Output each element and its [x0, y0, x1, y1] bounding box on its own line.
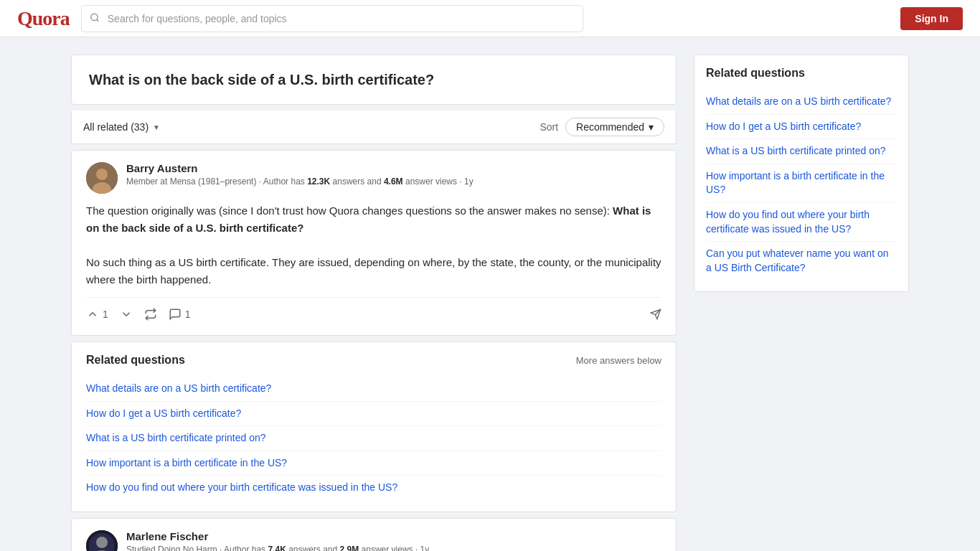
- content-area: What is on the back side of a U.S. birth…: [71, 55, 677, 551]
- svg-point-0: [91, 14, 98, 20]
- search-icon: [90, 12, 100, 24]
- upvote-button[interactable]: 1: [86, 305, 108, 324]
- main-container: What is on the back side of a U.S. birth…: [60, 37, 920, 551]
- search-wrapper: [81, 5, 583, 32]
- related-card-header: Related questions More answers below: [86, 354, 661, 367]
- sidebar-card: Related questions What details are on a …: [694, 55, 909, 292]
- avatar-marlene: [86, 530, 118, 551]
- svg-point-9: [96, 537, 108, 548]
- sort-chevron-icon: ▾: [649, 121, 654, 133]
- related-link-3[interactable]: How important is a birth certificate in …: [86, 451, 661, 476]
- answer-card-marlene: Marlene Fischer Studied Doing No Harm · …: [71, 518, 677, 551]
- logo[interactable]: Quora: [17, 7, 70, 30]
- answer-text-barry: The question originally was (since I don…: [86, 202, 661, 288]
- related-link-1[interactable]: How do I get a US birth certificate?: [86, 402, 661, 427]
- sidebar-link-5[interactable]: Can you put whatever name you want on a …: [706, 242, 897, 280]
- svg-line-1: [96, 19, 98, 22]
- downvote-button[interactable]: [120, 305, 133, 324]
- question-card: What is on the back side of a U.S. birth…: [71, 55, 677, 105]
- sort-dropdown[interactable]: Recommended ▾: [565, 118, 664, 136]
- comment-icon: [169, 308, 182, 321]
- sort-label: Sort: [540, 121, 558, 133]
- sign-in-button[interactable]: Sign In: [900, 7, 963, 30]
- repost-icon: [144, 308, 157, 321]
- search-input[interactable]: [81, 5, 583, 32]
- avatar-barry: [86, 162, 118, 194]
- sort-value: Recommended: [576, 121, 644, 133]
- chevron-down-icon: ▼: [153, 123, 160, 131]
- author-info-barry: Barry Austern Member at Mensa (1981–pres…: [126, 162, 473, 188]
- comment-count: 1: [185, 309, 191, 320]
- filters-bar: All related (33) ▼ Sort Recommended ▾: [71, 110, 677, 144]
- sidebar-title: Related questions: [706, 67, 897, 80]
- related-link-2[interactable]: What is a US birth certificate printed o…: [86, 426, 661, 451]
- more-answers-label: More answers below: [576, 355, 661, 366]
- sidebar-link-0[interactable]: What details are on a US birth certifica…: [706, 90, 897, 115]
- related-link-0[interactable]: What details are on a US birth certifica…: [86, 377, 661, 402]
- header: Quora Sign In: [0, 0, 980, 37]
- author-meta-barry: Member at Mensa (1981–present) · Author …: [126, 176, 473, 188]
- sidebar-link-3[interactable]: How important is a birth certificate in …: [706, 164, 897, 203]
- sort-area: Sort Recommended ▾: [540, 118, 664, 136]
- author-row-marlene: Marlene Fischer Studied Doing No Harm · …: [86, 530, 661, 551]
- upvote-count: 1: [103, 309, 108, 320]
- author-meta-marlene: Studied Doing No Harm · Author has 7.4K …: [126, 544, 429, 551]
- author-row: Barry Austern Member at Mensa (1981–pres…: [86, 162, 661, 194]
- upvote-icon: [86, 308, 99, 321]
- share-icon: [650, 309, 661, 320]
- answer-card-barry: Barry Austern Member at Mensa (1981–pres…: [71, 150, 677, 336]
- all-related-button[interactable]: All related (33) ▼: [83, 121, 160, 133]
- downvote-icon: [120, 308, 133, 321]
- author-name-barry[interactable]: Barry Austern: [126, 162, 473, 174]
- sidebar-link-4[interactable]: How do you find out where your birth cer…: [706, 203, 897, 242]
- sidebar: Related questions What details are on a …: [694, 55, 909, 551]
- comment-button[interactable]: 1: [169, 305, 191, 324]
- related-questions-inline: Related questions More answers below Wha…: [71, 342, 677, 512]
- related-link-4[interactable]: How do you find out where your birth cer…: [86, 476, 661, 500]
- share-button[interactable]: [650, 306, 661, 323]
- related-card-title: Related questions: [86, 354, 185, 367]
- sidebar-link-1[interactable]: How do I get a US birth certificate?: [706, 115, 897, 140]
- author-info-marlene: Marlene Fischer Studied Doing No Harm · …: [126, 530, 429, 551]
- sidebar-link-2[interactable]: What is a US birth certificate printed o…: [706, 139, 897, 164]
- question-title: What is on the back side of a U.S. birth…: [89, 70, 659, 90]
- all-related-label: All related (33): [83, 121, 149, 133]
- repost-button[interactable]: [144, 305, 157, 324]
- answer-actions-barry: 1 1: [86, 297, 661, 324]
- author-name-marlene[interactable]: Marlene Fischer: [126, 530, 429, 542]
- svg-point-3: [96, 169, 108, 180]
